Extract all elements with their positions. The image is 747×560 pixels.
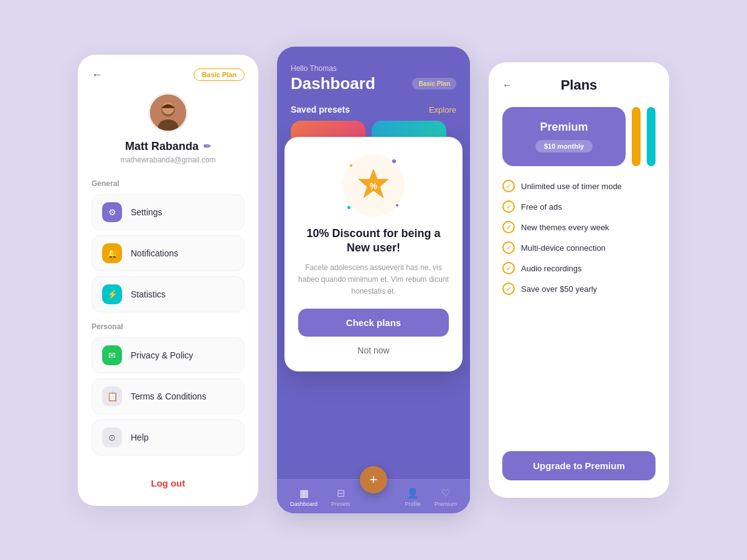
feature-item-6: ✓ Save over $50 yearly: [502, 282, 655, 295]
dot2: [350, 164, 352, 167]
discount-icon-wrap: %: [342, 154, 405, 217]
feature-label-5: Audio recordings: [521, 264, 582, 273]
premium-label: Premium: [540, 121, 588, 134]
dot1: [392, 159, 396, 163]
check-icon-5: ✓: [502, 262, 515, 274]
discount-modal: % 10% Discount for being a New user! Fac…: [284, 137, 463, 371]
menu-item-statistics[interactable]: ⚡ Statistics: [92, 276, 245, 312]
check-icon-6: ✓: [502, 282, 515, 295]
check-icon-3: ✓: [502, 221, 515, 233]
feature-label-3: New themes every week: [521, 223, 609, 232]
dot4: [396, 204, 398, 207]
general-section-label: General: [92, 179, 245, 188]
settings-label: Settings: [131, 207, 162, 217]
settings-icon: ⚙: [102, 202, 122, 222]
avatar: [148, 93, 188, 133]
blue-plan-card[interactable]: [647, 107, 655, 166]
feature-item-3: ✓ New themes every week: [502, 221, 655, 233]
personal-section-label: Personal: [92, 322, 245, 331]
dashboard-header-row: Dashboard Basic Plan: [291, 74, 456, 93]
menu-item-terms[interactable]: 📋 Terms & Conditions: [92, 378, 245, 414]
plans-header: ← Plans: [502, 77, 655, 93]
check-icon-4: ✓: [502, 241, 515, 254]
hello-text: Hello Thomas: [291, 64, 456, 73]
edit-icon[interactable]: ✏: [204, 141, 211, 151]
nav-premium-label: Premium: [435, 501, 457, 507]
nav-item-profile[interactable]: 👤 Profile: [405, 487, 421, 507]
price-badge: $10 monthly: [535, 140, 593, 152]
user-name: Matt Rabanda ✏: [125, 140, 211, 153]
menu-item-privacy[interactable]: ✉ Privacy & Policy: [92, 337, 245, 373]
feature-item-1: ✓ Unlimited use of timer mode: [502, 180, 655, 192]
explore-link[interactable]: Explore: [429, 105, 456, 114]
profile-card: ← Basic Plan Matt Rabanda ✏ mathewraband…: [78, 55, 258, 506]
help-icon: ⊙: [102, 427, 122, 447]
general-menu-items: ⚙ Settings 🔔 Notifications ⚡ Statistics: [92, 194, 245, 312]
dot3: [347, 206, 350, 209]
svg-text:%: %: [370, 181, 378, 191]
dashboard-nav-icon: ▦: [299, 487, 309, 499]
notifications-label: Notifications: [131, 248, 178, 258]
nav-item-premium[interactable]: ♡ Premium: [435, 487, 457, 507]
help-label: Help: [131, 432, 149, 442]
logout-button[interactable]: Log out: [151, 465, 186, 488]
nav-item-dashboard[interactable]: ▦ Dashboard: [290, 487, 317, 507]
notifications-icon: 🔔: [102, 243, 122, 263]
upgrade-button[interactable]: Upgrade to Premium: [502, 451, 655, 480]
nav-profile-label: Profile: [405, 501, 421, 507]
personal-menu-items: ✉ Privacy & Policy 📋 Terms & Conditions …: [92, 337, 245, 455]
nav-dashboard-label: Dashboard: [290, 501, 317, 507]
dashboard-basic-badge: Basic Plan: [412, 78, 456, 90]
dashboard-title: Dashboard: [291, 74, 375, 93]
not-now-button[interactable]: Not now: [355, 343, 392, 358]
user-email: mathewrabanda@gmail.com: [121, 156, 216, 164]
saved-presets-label: Saved presets: [291, 105, 350, 114]
plans-back-arrow-icon[interactable]: ←: [502, 80, 512, 91]
dashboard-card: Hello Thomas Dashboard Basic Plan Saved …: [277, 47, 470, 513]
terms-label: Terms & Conditions: [131, 391, 206, 401]
premium-nav-icon: ♡: [441, 487, 450, 499]
premium-plan-card[interactable]: Premium $10 monthly: [502, 107, 626, 166]
check-icon-2: ✓: [502, 200, 515, 213]
menu-item-help[interactable]: ⊙ Help: [92, 419, 245, 455]
feature-label-2: Free of ads: [521, 202, 562, 212]
feature-label-4: Multi-device connection: [521, 243, 606, 253]
feature-item-5: ✓ Audio recordings: [502, 262, 655, 274]
statistics-icon: ⚡: [102, 284, 122, 304]
privacy-label: Privacy & Policy: [131, 350, 193, 360]
plans-title: Plans: [561, 77, 598, 93]
nav-item-presets[interactable]: ⊟ Presets: [331, 487, 350, 507]
feature-item-4: ✓ Multi-device connection: [502, 241, 655, 254]
profile-card-header: ← Basic Plan: [92, 68, 245, 82]
fab-button[interactable]: +: [360, 466, 387, 493]
privacy-icon: ✉: [102, 345, 122, 365]
terms-icon: 📋: [102, 386, 122, 406]
discount-title: 10% Discount for being a New user!: [298, 226, 449, 256]
check-plans-button[interactable]: Check plans: [298, 309, 449, 337]
presets-nav-icon: ⊟: [337, 487, 345, 499]
menu-item-notifications[interactable]: 🔔 Notifications: [92, 235, 245, 271]
feature-label-1: Unlimited use of timer mode: [521, 182, 622, 191]
plans-card: ← Plans Premium $10 monthly ✓ Unlimited …: [489, 62, 669, 498]
plan-cards-row: Premium $10 monthly: [502, 107, 655, 166]
yellow-plan-card[interactable]: [632, 107, 641, 166]
check-icon-1: ✓: [502, 180, 515, 192]
back-arrow-icon[interactable]: ←: [92, 68, 103, 82]
profile-nav-icon: 👤: [406, 487, 419, 499]
discount-star-icon: %: [355, 167, 392, 204]
statistics-label: Statistics: [131, 289, 166, 299]
saved-presets-row: Saved presets Explore: [291, 105, 456, 114]
basic-plan-badge: Basic Plan: [194, 68, 245, 81]
discount-desc: Facete adolescens assueverit has ne, vis…: [298, 262, 449, 298]
dashboard-bottom-nav: ▦ Dashboard ⊟ Presets + 👤 Profile ♡ Prem…: [277, 479, 470, 513]
nav-presets-label: Presets: [331, 501, 350, 507]
menu-item-settings[interactable]: ⚙ Settings: [92, 194, 245, 230]
feature-item-2: ✓ Free of ads: [502, 200, 655, 213]
feature-list: ✓ Unlimited use of timer mode ✓ Free of …: [502, 180, 655, 295]
feature-label-6: Save over $50 yearly: [521, 284, 597, 294]
